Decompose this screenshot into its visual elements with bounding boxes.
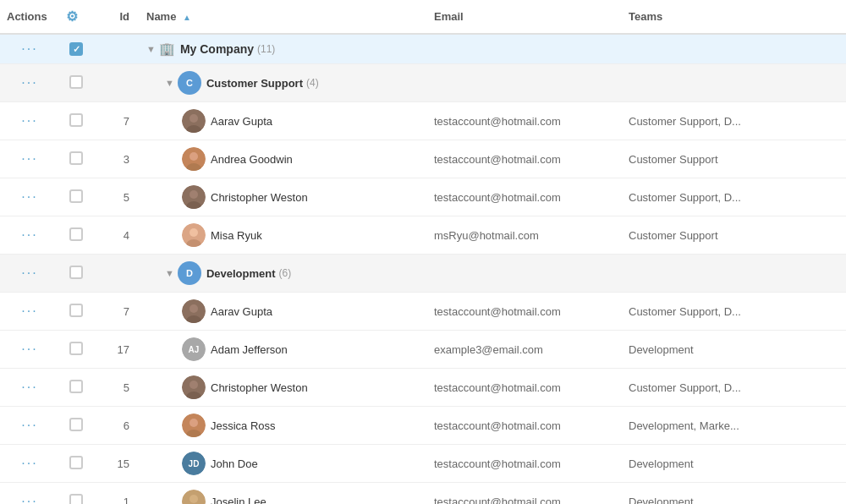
row-checkbox[interactable] bbox=[59, 255, 93, 293]
id-header: Id bbox=[93, 0, 140, 34]
dots-icon[interactable]: ··· bbox=[21, 342, 37, 356]
table-row: ···15 JD John Doe testaccount@hotmail.co… bbox=[0, 445, 846, 483]
row-checkbox[interactable] bbox=[59, 407, 93, 445]
svg-point-13 bbox=[190, 304, 198, 313]
group-name-cell: ▼ D Development (6) bbox=[140, 255, 427, 293]
table-row: ···17 AJ Adam Jefferson example3@email.c… bbox=[0, 331, 846, 369]
settings-header[interactable]: ⚙ bbox=[59, 0, 93, 34]
member-id: 7 bbox=[93, 293, 140, 331]
row-actions[interactable]: ··· bbox=[0, 293, 59, 331]
company-chevron[interactable]: ▼ bbox=[146, 44, 156, 54]
member-name: Misa Ryuk bbox=[211, 229, 262, 242]
member-id: 1 bbox=[93, 483, 140, 505]
group-id bbox=[93, 255, 140, 293]
row-checkbox[interactable] bbox=[59, 64, 93, 102]
member-id: 5 bbox=[93, 178, 140, 216]
company-icon: 🏢 bbox=[159, 41, 175, 57]
row-checkbox[interactable] bbox=[59, 293, 93, 331]
member-name: Adam Jefferson bbox=[211, 343, 288, 356]
dots-icon[interactable]: ··· bbox=[21, 418, 37, 432]
name-header[interactable]: Name ▲ bbox=[140, 0, 427, 34]
member-id: 5 bbox=[93, 369, 140, 407]
checkbox-unchecked[interactable] bbox=[69, 456, 83, 469]
member-avatar bbox=[182, 185, 206, 209]
group-chevron[interactable]: ▼ bbox=[165, 268, 174, 278]
email-header: Email bbox=[427, 0, 622, 34]
checkbox-unchecked[interactable] bbox=[69, 75, 83, 89]
row-actions[interactable]: ··· bbox=[0, 331, 59, 369]
row-checkbox[interactable] bbox=[59, 34, 93, 64]
member-teams: Customer Support, D... bbox=[622, 293, 846, 331]
dots-icon[interactable]: ··· bbox=[21, 456, 37, 470]
group-chevron[interactable]: ▼ bbox=[165, 78, 174, 88]
member-name: John Doe bbox=[211, 457, 258, 470]
checkbox-unchecked[interactable] bbox=[69, 494, 83, 505]
member-id: 4 bbox=[93, 216, 140, 255]
svg-point-7 bbox=[190, 190, 198, 199]
table-row: ···5 Christopher Weston testaccount@hotm… bbox=[0, 369, 846, 407]
row-actions[interactable]: ··· bbox=[0, 407, 59, 445]
member-id: 17 bbox=[93, 331, 140, 369]
checkbox-unchecked[interactable] bbox=[69, 380, 83, 393]
member-name: Christopher Weston bbox=[211, 381, 308, 394]
member-email: msRyu@hotmail.com bbox=[427, 216, 622, 255]
row-checkbox[interactable] bbox=[59, 445, 93, 483]
row-actions[interactable]: ··· bbox=[0, 140, 59, 178]
row-actions[interactable]: ··· bbox=[0, 64, 59, 102]
checkbox-unchecked[interactable] bbox=[69, 113, 83, 127]
checkbox-unchecked[interactable] bbox=[69, 418, 83, 431]
row-actions[interactable]: ··· bbox=[0, 483, 59, 505]
dots-icon[interactable]: ··· bbox=[21, 304, 37, 318]
dots-icon[interactable]: ··· bbox=[21, 227, 37, 242]
member-teams: Development bbox=[622, 331, 846, 369]
row-actions[interactable]: ··· bbox=[0, 34, 59, 64]
member-teams: Customer Support, D... bbox=[622, 102, 846, 140]
dots-icon[interactable]: ··· bbox=[21, 151, 37, 166]
group-count: (6) bbox=[279, 267, 292, 279]
dots-icon[interactable]: ··· bbox=[21, 75, 37, 90]
row-checkbox[interactable] bbox=[59, 216, 93, 255]
row-actions[interactable]: ··· bbox=[0, 445, 59, 483]
dots-icon[interactable]: ··· bbox=[21, 494, 37, 504]
row-checkbox[interactable] bbox=[59, 369, 93, 407]
member-name-cell: AJ Adam Jefferson bbox=[140, 331, 427, 369]
company-name-cell: ▼ 🏢 My Company (11) bbox=[140, 34, 427, 64]
group-email bbox=[427, 255, 622, 293]
group-row-1: ··· ▼ D Development (6) bbox=[0, 255, 846, 293]
checkbox-unchecked[interactable] bbox=[69, 266, 83, 279]
member-email: testaccount@hotmail.com bbox=[427, 369, 622, 407]
row-checkbox[interactable] bbox=[59, 140, 93, 178]
dots-icon[interactable]: ··· bbox=[21, 189, 37, 204]
row-actions[interactable]: ··· bbox=[0, 216, 59, 255]
name-sort-arrow: ▲ bbox=[183, 13, 191, 22]
row-actions[interactable]: ··· bbox=[0, 369, 59, 407]
dots-icon[interactable]: ··· bbox=[21, 113, 37, 128]
member-id: 7 bbox=[93, 102, 140, 140]
row-checkbox[interactable] bbox=[59, 178, 93, 216]
checkbox-checked[interactable] bbox=[69, 42, 83, 56]
table-row: ···1 Joselin Lee testaccount@hotmail.com… bbox=[0, 483, 846, 505]
checkbox-unchecked[interactable] bbox=[69, 304, 83, 317]
row-actions[interactable]: ··· bbox=[0, 102, 59, 140]
checkbox-unchecked[interactable] bbox=[69, 342, 83, 355]
member-avatar bbox=[182, 223, 206, 247]
dots-icon[interactable]: ··· bbox=[21, 41, 37, 56]
member-name-cell: Misa Ryuk bbox=[140, 216, 427, 255]
dots-icon[interactable]: ··· bbox=[21, 266, 37, 280]
row-actions[interactable]: ··· bbox=[0, 255, 59, 293]
member-name: Joselin Lee bbox=[211, 496, 266, 505]
row-checkbox[interactable] bbox=[59, 331, 93, 369]
svg-point-1 bbox=[190, 114, 198, 123]
company-email bbox=[427, 34, 622, 64]
checkbox-unchecked[interactable] bbox=[69, 189, 83, 203]
row-checkbox[interactable] bbox=[59, 483, 93, 505]
checkbox-unchecked[interactable] bbox=[69, 227, 83, 241]
member-id: 3 bbox=[93, 140, 140, 178]
dots-icon[interactable]: ··· bbox=[21, 380, 37, 394]
row-checkbox[interactable] bbox=[59, 102, 93, 140]
member-teams: Development bbox=[622, 445, 846, 483]
row-actions[interactable]: ··· bbox=[0, 178, 59, 216]
settings-icon[interactable]: ⚙ bbox=[66, 9, 78, 24]
checkbox-unchecked[interactable] bbox=[69, 151, 83, 165]
member-name-cell: Christopher Weston bbox=[140, 369, 427, 407]
